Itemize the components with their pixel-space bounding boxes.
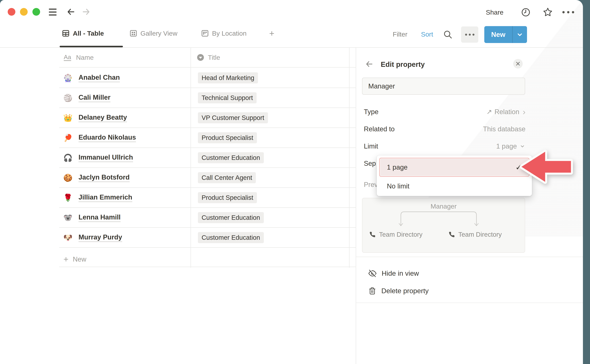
dropdown-option-label: 1 page bbox=[387, 163, 408, 171]
eye-off-icon bbox=[368, 269, 376, 277]
check-icon: ✓ bbox=[515, 163, 522, 172]
preview-label-clipped: Prev bbox=[364, 177, 378, 192]
tab-gallery-view[interactable]: Gallery View bbox=[129, 28, 177, 39]
limit-dropdown-menu: 1 page ✓ No limit ✓ bbox=[377, 156, 532, 196]
relation-bracket-lines bbox=[399, 210, 479, 228]
row-emoji-icon: 🐨 bbox=[63, 213, 73, 222]
new-dropdown-chevron-icon[interactable] bbox=[512, 26, 527, 43]
row-page-name[interactable]: Anabel Chan bbox=[79, 73, 120, 82]
table-row[interactable]: 🎡 Anabel Chan Head of Marketing bbox=[59, 68, 356, 88]
tab-label: Gallery View bbox=[140, 30, 177, 37]
separate-label-clipped: Sep bbox=[364, 156, 376, 170]
related-to-value: This database bbox=[483, 122, 525, 136]
row-page-name[interactable]: Immanuel Ullrich bbox=[79, 153, 133, 162]
tab-all-table[interactable]: All - Table bbox=[62, 28, 104, 39]
title-property-icon: Aa bbox=[64, 54, 71, 61]
table-row[interactable]: 🏓 Eduardo Nikolaus Product Specialist bbox=[59, 128, 356, 148]
hide-in-view-label: Hide in view bbox=[382, 269, 419, 277]
row-title-tag[interactable]: Technical Support bbox=[198, 92, 256, 103]
table-row[interactable]: 🐨 Lenna Hamill Customer Education bbox=[59, 208, 356, 228]
preview-child-item: Team Directory bbox=[369, 231, 422, 238]
preview-child-label: Team Directory bbox=[379, 231, 422, 238]
traffic-light-minimize[interactable] bbox=[20, 8, 28, 16]
window-more-icon[interactable] bbox=[562, 11, 577, 13]
row-page-name[interactable]: Murray Purdy bbox=[79, 233, 122, 242]
row-title-tag[interactable]: Product Specialist bbox=[198, 192, 257, 203]
select-property-icon bbox=[197, 54, 204, 61]
related-to-value-control[interactable]: This database bbox=[483, 122, 525, 136]
property-row-type: Type ↗ Relation › bbox=[364, 105, 525, 119]
panel-close-icon[interactable]: ✕ bbox=[513, 59, 523, 69]
row-page-name[interactable]: Jaclyn Botsford bbox=[79, 173, 130, 182]
active-tab-underline bbox=[60, 46, 123, 47]
row-title-tag[interactable]: VP Customer Support bbox=[198, 112, 268, 123]
column-header-name[interactable]: Name bbox=[76, 54, 94, 61]
trash-icon bbox=[368, 287, 376, 295]
panel-section-divider bbox=[356, 303, 583, 303]
view-options-ellipsis-button[interactable] bbox=[461, 26, 478, 43]
sidebar-menu-icon[interactable] bbox=[49, 9, 57, 16]
sort-button[interactable]: Sort bbox=[421, 29, 433, 39]
app-window: Share All - Table Gallery View By Locati… bbox=[0, 0, 583, 364]
table-row[interactable]: 🌹 Jillian Emmerich Product Specialist bbox=[59, 188, 356, 208]
new-button-label[interactable]: New bbox=[484, 26, 512, 43]
row-page-name[interactable]: Cali Miller bbox=[79, 93, 111, 102]
row-title-tag[interactable]: Call Center Agent bbox=[198, 172, 256, 183]
table-row[interactable]: 🐶 Murray Purdy Customer Education bbox=[59, 228, 356, 248]
gallery-view-icon bbox=[129, 29, 137, 37]
row-emoji-icon: 🏐 bbox=[63, 93, 73, 102]
dropdown-option-label: No limit bbox=[387, 182, 409, 190]
row-page-name[interactable]: Lenna Hamill bbox=[79, 213, 121, 222]
table-row[interactable]: 👑 Delaney Beatty VP Customer Support bbox=[59, 108, 356, 128]
preview-child-label: Team Directory bbox=[458, 231, 502, 238]
dropdown-option[interactable]: No limit ✓ bbox=[379, 178, 530, 194]
new-row-label: New bbox=[73, 255, 86, 263]
search-icon[interactable] bbox=[443, 30, 452, 39]
panel-title: Edit property bbox=[381, 60, 425, 69]
column-header-title[interactable]: Title bbox=[208, 54, 220, 61]
traffic-light-zoom[interactable] bbox=[33, 8, 40, 16]
share-button[interactable]: Share bbox=[486, 8, 504, 17]
preview-child-item: Team Directory bbox=[448, 231, 502, 238]
chevron-right-icon: › bbox=[523, 108, 525, 116]
new-row-button[interactable]: + New bbox=[59, 252, 356, 267]
row-emoji-icon: 🌹 bbox=[63, 193, 73, 202]
table-row[interactable]: 🎧 Immanuel Ullrich Customer Education bbox=[59, 148, 356, 168]
forward-arrow-icon[interactable] bbox=[82, 7, 91, 16]
history-clock-icon[interactable] bbox=[521, 7, 531, 17]
back-arrow-icon[interactable] bbox=[66, 7, 75, 16]
new-button[interactable]: New bbox=[484, 26, 527, 43]
property-label: Related to bbox=[364, 122, 395, 136]
tab-by-location[interactable]: By Location bbox=[201, 28, 247, 39]
panel-back-icon[interactable] bbox=[365, 60, 373, 68]
row-title-tag[interactable]: Product Specialist bbox=[198, 132, 257, 143]
hide-in-view-button[interactable]: Hide in view bbox=[368, 267, 419, 279]
row-title-tag[interactable]: Customer Education bbox=[198, 152, 264, 163]
property-label: Type bbox=[364, 105, 378, 119]
row-page-name[interactable]: Eduardo Nikolaus bbox=[79, 133, 136, 142]
panel-divider bbox=[356, 48, 356, 364]
property-label: Limit bbox=[364, 139, 378, 153]
limit-value-control[interactable]: 1 page bbox=[496, 139, 525, 153]
board-view-icon bbox=[201, 29, 209, 37]
table-header-row: Aa Name Title bbox=[59, 48, 356, 68]
add-view-icon[interactable]: + bbox=[269, 29, 275, 38]
row-title-tag[interactable]: Customer Education bbox=[198, 232, 264, 243]
delete-property-button[interactable]: Delete property bbox=[368, 285, 429, 297]
row-emoji-icon: 👑 bbox=[63, 113, 73, 122]
traffic-light-close[interactable] bbox=[8, 8, 15, 16]
relation-preview-card: Manager Team Directory Team Directory bbox=[362, 198, 525, 253]
type-value-control[interactable]: ↗ Relation › bbox=[486, 105, 525, 119]
star-favorite-icon[interactable] bbox=[543, 7, 553, 17]
plus-icon: + bbox=[64, 255, 69, 264]
table-row[interactable]: 🍪 Jaclyn Botsford Call Center Agent bbox=[59, 168, 356, 188]
row-title-tag[interactable]: Customer Education bbox=[198, 212, 264, 223]
row-page-name[interactable]: Delaney Beatty bbox=[79, 113, 127, 122]
dropdown-option[interactable]: 1 page ✓ bbox=[379, 158, 530, 177]
row-title-tag[interactable]: Head of Marketing bbox=[198, 72, 258, 83]
row-page-name[interactable]: Jillian Emmerich bbox=[79, 193, 132, 202]
delete-property-label: Delete property bbox=[381, 287, 429, 295]
property-name-input[interactable]: Manager bbox=[362, 78, 525, 95]
table-row[interactable]: 🏐 Cali Miller Technical Support bbox=[59, 88, 356, 108]
filter-button[interactable]: Filter bbox=[393, 29, 407, 39]
